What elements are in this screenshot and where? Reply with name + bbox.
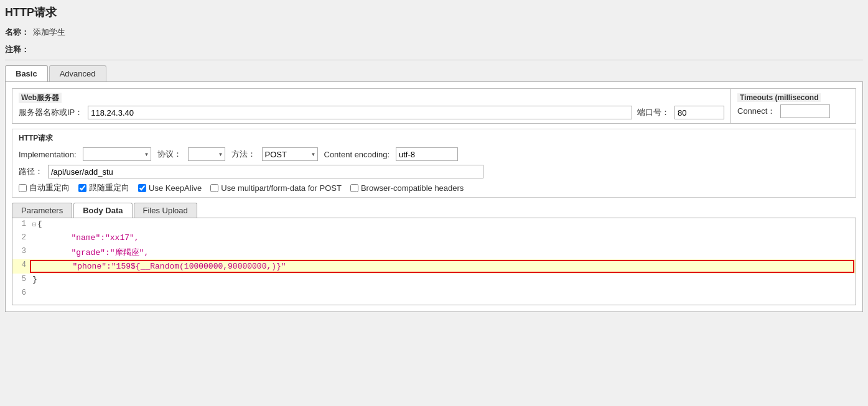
line-content-5[interactable]: }	[30, 274, 856, 285]
name-label: 名称：	[5, 27, 29, 38]
multipart-checkbox[interactable]: Use multipart/form-data for POST	[210, 183, 342, 193]
code-line-5: 5 }	[12, 274, 856, 287]
encoding-label: Content encoding:	[324, 150, 390, 159]
sub-tab-body-data[interactable]: Body Data	[73, 203, 132, 218]
line-content-2[interactable]: "name":"xx17",	[30, 232, 856, 244]
main-panel: Web服务器 服务器名称或IP： 端口号： Timeouts (millisec…	[5, 81, 863, 312]
path-row: 路径：	[19, 165, 849, 178]
code-editor: 1 ⊟{ 2 "name":"xx17", 3 "grade":"摩羯座", 4…	[12, 218, 856, 305]
checkbox-row: 自动重定向 跟随重定向 Use KeepAlive Use multipart/…	[19, 182, 849, 193]
sub-tabs-row: Parameters Body Data Files Upload	[12, 203, 856, 218]
http-request-section: HTTP请求 Implementation: 协议： 方法：	[12, 129, 856, 198]
name-row: 名称： 添加学生	[5, 25, 863, 40]
server-input[interactable]	[88, 106, 632, 119]
follow-redirect-input[interactable]	[78, 184, 86, 192]
tab-advanced[interactable]: Advanced	[49, 65, 106, 81]
browser-headers-input[interactable]	[350, 184, 358, 192]
json-key-4: "phone":"159${__Random(10000000,90000000…	[34, 262, 286, 271]
connect-label: Connect：	[737, 106, 775, 117]
follow-redirect-label: 跟随重定向	[89, 182, 129, 193]
code-line-2: 2 "name":"xx17",	[12, 232, 856, 246]
expand-icon-1: ⊟	[32, 221, 36, 228]
server-label: 服务器名称或IP：	[19, 107, 83, 118]
method-select[interactable]: POST GET	[262, 147, 318, 161]
line-num-4: 4	[12, 259, 30, 269]
timeouts-legend: Timeouts (millisecond	[737, 93, 821, 102]
code-line-6: 6	[12, 287, 856, 301]
auto-redirect-input[interactable]	[19, 184, 27, 192]
tab-basic[interactable]: Basic	[5, 65, 48, 81]
line-num-5: 5	[12, 274, 30, 284]
browser-headers-checkbox[interactable]: Browser-compatible headers	[350, 183, 464, 193]
follow-redirect-checkbox[interactable]: 跟随重定向	[78, 182, 129, 193]
line-content-3[interactable]: "grade":"摩羯座",	[30, 246, 856, 259]
line-num-6: 6	[12, 287, 30, 297]
line-content-4[interactable]: "phone":"159${__Random(10000000,90000000…	[31, 261, 853, 272]
implementation-select-wrapper	[83, 147, 151, 161]
connect-input[interactable]	[780, 104, 830, 118]
auto-redirect-label: 自动重定向	[29, 182, 70, 193]
divider-top	[5, 60, 863, 60]
multipart-label: Use multipart/form-data for POST	[221, 183, 342, 193]
json-key-3: "grade":"摩羯座",	[32, 248, 149, 257]
line-num-2: 2	[12, 232, 30, 242]
line-num-3: 3	[12, 246, 30, 256]
auto-redirect-checkbox[interactable]: 自动重定向	[19, 182, 70, 193]
timeouts-section: Timeouts (millisecond Connect：	[731, 89, 856, 123]
brace-close: }	[32, 275, 37, 284]
code-line-3: 3 "grade":"摩羯座",	[12, 246, 856, 259]
multipart-input[interactable]	[210, 184, 218, 192]
page-wrapper: HTTP请求 名称： 添加学生 注释： Basic Advanced Web服务…	[0, 0, 868, 406]
protocol-select-wrapper	[188, 147, 225, 161]
web-server-legend: Web服务器	[19, 93, 62, 103]
keepalive-checkbox[interactable]: Use KeepAlive	[138, 183, 202, 193]
code-line-1: 1 ⊟{	[12, 218, 856, 232]
brace-open: {	[37, 219, 42, 229]
comment-label: 注释：	[5, 44, 29, 55]
encoding-input[interactable]	[396, 147, 458, 161]
sub-tab-parameters[interactable]: Parameters	[12, 203, 72, 218]
path-input[interactable]	[48, 165, 483, 178]
protocol-select[interactable]	[188, 147, 225, 161]
sub-tab-files-upload[interactable]: Files Upload	[134, 203, 197, 218]
keepalive-input[interactable]	[138, 184, 146, 192]
path-label: 路径：	[19, 166, 43, 177]
browser-headers-label: Browser-compatible headers	[361, 183, 464, 193]
page-title: HTTP请求	[5, 5, 863, 20]
line-num-1: 1	[12, 218, 30, 228]
json-key-2: "name":"xx17",	[32, 233, 139, 242]
method-label: 方法：	[231, 149, 256, 160]
line-content-6[interactable]	[30, 287, 856, 290]
code-line-4: 4 "phone":"159${__Random(10000000,900000…	[12, 259, 856, 274]
comment-row: 注释：	[5, 42, 863, 57]
protocol-label: 协议：	[157, 149, 182, 160]
line-content-1[interactable]: ⊟{	[30, 218, 856, 230]
name-value: 添加学生	[33, 27, 65, 38]
keepalive-label: Use KeepAlive	[149, 183, 202, 193]
port-input[interactable]	[674, 106, 724, 119]
server-row: 服务器名称或IP： 端口号：	[19, 106, 724, 119]
implementation-label: Implementation:	[19, 150, 77, 159]
implementation-select[interactable]	[83, 147, 151, 161]
web-server-section: Web服务器 服务器名称或IP： 端口号：	[12, 89, 731, 123]
highlighted-line-box: "phone":"159${__Random(10000000,90000000…	[30, 260, 854, 273]
port-label: 端口号：	[637, 107, 670, 118]
timeouts-row: Connect：	[737, 104, 849, 118]
method-select-wrapper: POST GET	[262, 147, 318, 161]
tabs-row: Basic Advanced	[5, 65, 863, 81]
server-timeouts-container: Web服务器 服务器名称或IP： 端口号： Timeouts (millisec…	[12, 88, 856, 124]
http-req-legend: HTTP请求	[19, 133, 849, 144]
http-req-row: Implementation: 协议： 方法： POST GET	[19, 147, 849, 161]
